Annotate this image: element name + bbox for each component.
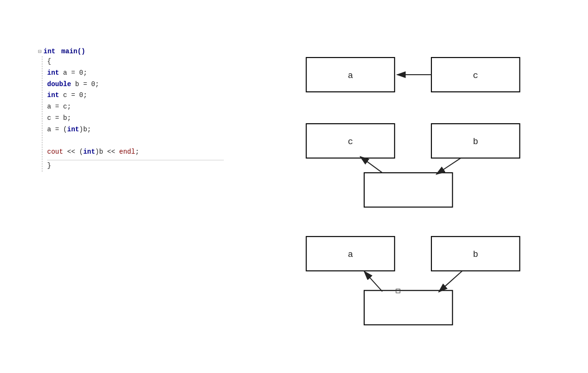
diagram: a c c b a b — [257, 43, 571, 362]
code-header: ⊟ int main() — [38, 48, 224, 55]
code-line-1: int a = 0; — [47, 68, 224, 79]
label-a2: a — [348, 250, 353, 260]
box-mid1 — [364, 173, 453, 207]
arrow-mid2-to-a2 — [364, 271, 382, 291]
code-line-blank — [47, 136, 224, 147]
close-brace: } — [47, 160, 224, 172]
code-line-5: c = b; — [47, 113, 224, 124]
code-line-3: int c = 0; — [47, 90, 224, 101]
label-c1: c — [473, 71, 478, 81]
arrow-b1-to-mid1 — [436, 158, 461, 174]
arrow-b2-to-mid2 — [439, 271, 462, 292]
arrow-mid1-to-c2 — [360, 157, 382, 173]
open-brace: { — [47, 56, 224, 68]
code-panel: ⊟ int main() { int a = 0; double b = 0; … — [38, 48, 224, 172]
keyword-int: int — [43, 48, 55, 55]
collapse-icon[interactable]: ⊟ — [38, 48, 41, 55]
code-line-6: a = (int)b; — [47, 124, 224, 136]
code-line-7: cout << (int)b << endl; — [47, 147, 224, 158]
label-a1: a — [348, 71, 353, 81]
label-c2: c — [348, 137, 353, 147]
code-line-2: double b = 0; — [47, 79, 224, 90]
function-name: main() — [57, 48, 85, 55]
code-line-4: a = c; — [47, 101, 224, 113]
label-b2: b — [473, 250, 478, 260]
label-b1: b — [473, 137, 478, 147]
code-body: { int a = 0; double b = 0; int c = 0; a … — [42, 56, 224, 172]
box-mid2 — [364, 291, 453, 325]
